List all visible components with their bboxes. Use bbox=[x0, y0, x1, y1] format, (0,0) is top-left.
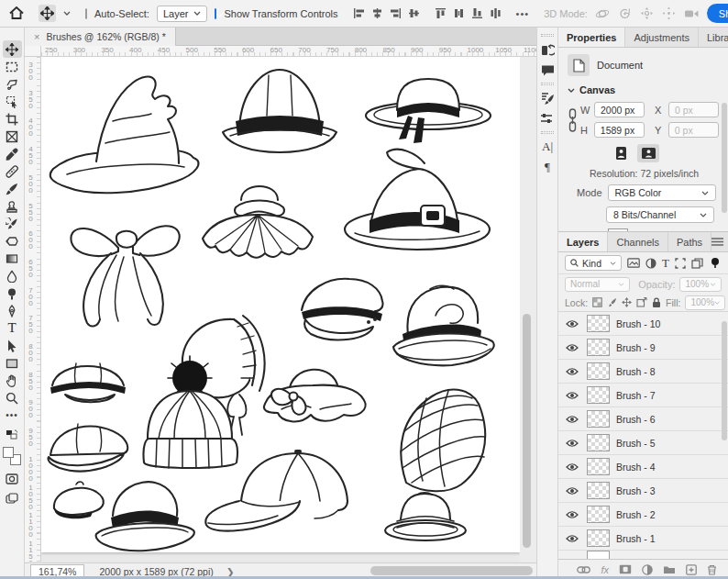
shape-tool[interactable] bbox=[3, 354, 22, 372]
filter-smart-object-icon[interactable] bbox=[691, 258, 703, 269]
visibility-eye-icon[interactable] bbox=[564, 510, 580, 519]
home-icon[interactable] bbox=[9, 6, 24, 20]
layer-thumbnail[interactable] bbox=[587, 529, 610, 547]
layer-row[interactable]: Brush - 9 bbox=[558, 336, 728, 360]
status-chevron-icon[interactable]: ❯ bbox=[226, 566, 235, 577]
layer-row[interactable]: Brush - 5 bbox=[558, 431, 728, 455]
align-center-vertical-icon[interactable] bbox=[408, 7, 420, 19]
auto-select-checkbox[interactable] bbox=[85, 8, 87, 19]
auto-select-target-select[interactable]: Layer bbox=[157, 6, 208, 22]
align-bottom-icon[interactable] bbox=[471, 7, 483, 19]
layer-row[interactable]: Brush - 3 bbox=[558, 479, 728, 503]
align-top-icon[interactable] bbox=[435, 7, 447, 19]
vertical-scrollbar-thumb[interactable] bbox=[523, 314, 531, 548]
panel-grip[interactable] bbox=[541, 131, 554, 134]
blend-mode-select[interactable]: Normal bbox=[565, 277, 630, 292]
distribute-vertical-icon[interactable] bbox=[490, 7, 502, 19]
rectangular-marquee-tool[interactable] bbox=[3, 58, 22, 75]
fill-swatch[interactable] bbox=[608, 228, 628, 231]
document-type-icon[interactable] bbox=[568, 54, 590, 76]
landscape-orientation-button[interactable] bbox=[637, 144, 659, 162]
path-selection-tool[interactable] bbox=[3, 337, 22, 354]
layer-thumbnail[interactable] bbox=[587, 339, 610, 356]
visibility-eye-icon[interactable] bbox=[564, 439, 580, 448]
lock-artboard-icon[interactable] bbox=[636, 297, 647, 307]
clone-stamp-tool[interactable] bbox=[3, 197, 22, 215]
layer-row[interactable]: Brush - 1 bbox=[558, 527, 728, 551]
gradient-tool[interactable] bbox=[3, 250, 22, 267]
new-group-icon[interactable] bbox=[663, 564, 676, 574]
frame-tool[interactable] bbox=[3, 128, 22, 145]
tab-adjustments[interactable]: Adjustments bbox=[625, 28, 699, 47]
3d-camera-icon[interactable] bbox=[684, 8, 700, 19]
lock-all-icon[interactable] bbox=[652, 297, 661, 308]
filter-kind-select[interactable]: Kind bbox=[565, 255, 622, 271]
more-options-icon[interactable]: ••• bbox=[516, 8, 530, 19]
collapse-chevron-icon[interactable] bbox=[568, 88, 575, 93]
visibility-eye-icon[interactable] bbox=[564, 415, 580, 424]
paragraph-panel-icon[interactable]: ¶ bbox=[538, 157, 557, 177]
layer-thumbnail[interactable] bbox=[587, 362, 610, 380]
filter-type-icon[interactable]: T bbox=[662, 256, 669, 271]
object-selection-tool[interactable] bbox=[3, 93, 22, 110]
horizontal-scrollbar-thumb[interactable] bbox=[370, 566, 533, 575]
brush-tool[interactable] bbox=[3, 180, 22, 197]
visibility-eye-icon[interactable] bbox=[564, 534, 580, 543]
opacity-field[interactable]: 100% bbox=[679, 277, 722, 292]
portrait-orientation-button[interactable] bbox=[610, 144, 632, 162]
lock-transparency-icon[interactable] bbox=[592, 297, 602, 307]
lock-position-icon[interactable] bbox=[622, 297, 632, 307]
3d-pan-icon[interactable] bbox=[640, 6, 654, 20]
tab-paths[interactable]: Paths bbox=[668, 232, 711, 251]
visibility-eye-icon[interactable] bbox=[564, 462, 580, 472]
filter-shape-icon[interactable] bbox=[675, 258, 686, 269]
tool-presets-panel-icon[interactable] bbox=[538, 108, 557, 128]
panel-menu-icon[interactable] bbox=[711, 232, 728, 251]
3d-slide-icon[interactable] bbox=[662, 6, 676, 20]
link-dimensions-icon[interactable] bbox=[568, 108, 578, 132]
lock-pixels-icon[interactable] bbox=[607, 297, 617, 307]
color-mode-select[interactable]: RGB Color bbox=[608, 184, 716, 201]
hand-tool[interactable] bbox=[3, 372, 22, 389]
layer-effects-icon[interactable]: fx bbox=[601, 564, 609, 575]
eraser-tool[interactable] bbox=[3, 232, 22, 250]
delete-layer-icon[interactable] bbox=[707, 564, 717, 575]
foreground-color-swatch[interactable] bbox=[3, 447, 14, 458]
layer-row[interactable]: Brush - 8 bbox=[558, 360, 728, 384]
align-left-icon[interactable] bbox=[353, 7, 365, 19]
link-layers-icon[interactable] bbox=[577, 566, 590, 573]
layer-thumbnail[interactable] bbox=[587, 458, 610, 475]
layer-thumbnail[interactable] bbox=[587, 410, 610, 428]
add-layer-mask-icon[interactable] bbox=[619, 564, 632, 574]
edit-toolbar-icon[interactable]: ••• bbox=[3, 406, 22, 424]
layer-row[interactable]: Brush - 4 bbox=[558, 455, 728, 479]
crop-tool[interactable] bbox=[3, 110, 22, 128]
zoom-tool[interactable] bbox=[3, 389, 22, 406]
layer-thumbnail[interactable] bbox=[587, 434, 610, 451]
layer-thumbnail[interactable] bbox=[587, 551, 610, 559]
layer-thumbnail[interactable] bbox=[587, 315, 610, 332]
layer-row[interactable]: Brush - 7 bbox=[558, 384, 728, 407]
screen-mode-icon[interactable] bbox=[3, 489, 22, 507]
filter-adjustment-icon[interactable] bbox=[645, 258, 656, 269]
3d-roll-icon[interactable] bbox=[618, 7, 632, 20]
tab-properties[interactable]: Properties bbox=[558, 28, 625, 47]
adjustment-layer-icon[interactable] bbox=[642, 564, 653, 575]
share-button[interactable]: Share bbox=[707, 4, 728, 23]
panel-grip[interactable] bbox=[541, 83, 554, 85]
layer-thumbnail[interactable] bbox=[587, 482, 610, 499]
width-field[interactable]: 2000 px bbox=[594, 102, 645, 117]
history-panel-icon[interactable] bbox=[538, 39, 557, 60]
filter-toggle-icon[interactable] bbox=[711, 258, 720, 269]
quick-mask-icon[interactable] bbox=[3, 470, 22, 487]
fill-field[interactable]: 100% bbox=[685, 295, 725, 310]
layer-thumbnail[interactable] bbox=[587, 506, 610, 523]
lasso-tool[interactable] bbox=[3, 75, 22, 93]
layer-row[interactable]: Brush - 2 bbox=[558, 503, 728, 527]
properties-scrollbar-thumb[interactable] bbox=[722, 103, 727, 213]
y-field[interactable]: 0 px bbox=[668, 122, 719, 138]
visibility-eye-icon[interactable] bbox=[564, 391, 580, 400]
swap-colors-icon[interactable] bbox=[3, 426, 22, 443]
pen-tool[interactable] bbox=[3, 302, 22, 319]
layer-row[interactable]: Brush - 10 bbox=[558, 312, 728, 336]
